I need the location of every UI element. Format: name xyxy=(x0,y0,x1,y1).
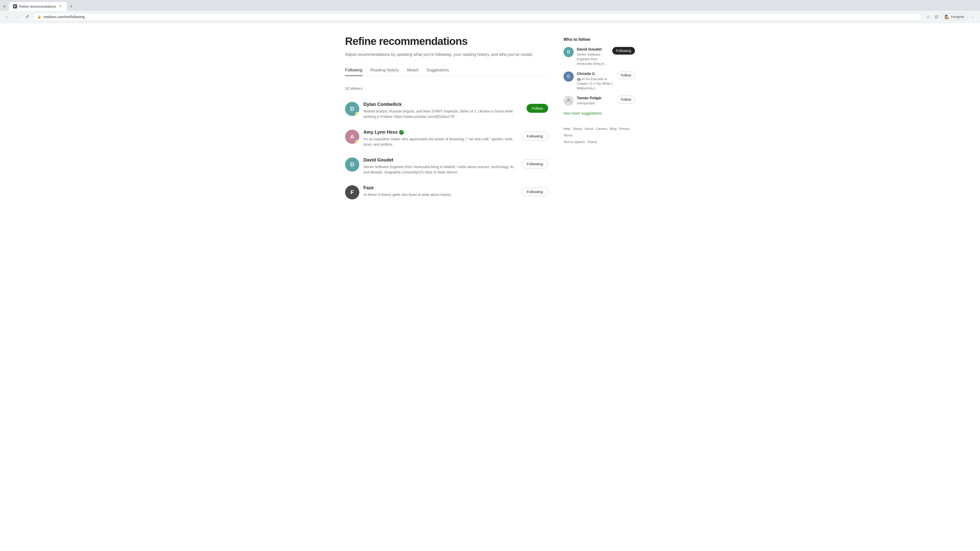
tab-close-button[interactable]: ✕ xyxy=(58,4,63,9)
svg-point-1 xyxy=(14,6,15,7)
incognito-badge[interactable]: 🕵 Incognito xyxy=(941,13,968,21)
avatar-image: F xyxy=(345,185,360,200)
toolbar-actions: ☆ ⊡ 🕵 Incognito ⋮ xyxy=(924,13,977,21)
avatar-image: D xyxy=(345,157,360,171)
sidebar-who-to-follow-title: Who to follow xyxy=(563,37,635,42)
suggestion-avatar: D xyxy=(563,47,574,57)
footer-help-link[interactable]: Help xyxy=(563,127,570,130)
browser-toolbar: ← → ↺ 🔒 medium.com/me/following ☆ ⊡ 🕵 In… xyxy=(0,11,980,23)
writers-count: 10 Writers xyxy=(345,86,548,91)
suggestion-follow-button[interactable]: Follow xyxy=(617,96,635,103)
star-badge: ★ xyxy=(355,140,360,144)
tab-favicon xyxy=(13,4,17,8)
writer-item: A ★ Amy Lynn Hess ✓ I'm an inquisitive m… xyxy=(345,124,548,152)
page-container: Refine recommendations Adjust recommenda… xyxy=(337,23,643,217)
suggestion-info: David Goudet Senior Software Engineer fr… xyxy=(577,47,609,66)
avatar: D ★ xyxy=(345,102,360,116)
suggestion-bio: Unimportant. xyxy=(577,101,614,106)
footer-careers-link[interactable]: Careers xyxy=(596,127,608,130)
suggestion-avatar: C xyxy=(563,71,574,82)
writer-name: Faze xyxy=(363,185,517,191)
address-text: medium.com/me/following xyxy=(43,15,918,19)
reload-button[interactable]: ↺ xyxy=(24,13,31,21)
security-icon: 🔒 xyxy=(37,15,41,19)
writer-item: D David Goudet Senior Software Engineer … xyxy=(345,152,548,180)
sidebar: Who to follow D David Goudet Senior Soft… xyxy=(563,35,635,205)
page-title: Refine recommendations xyxy=(345,35,548,48)
suggestion-info: Tamás Polgár Unimportant. xyxy=(577,96,614,106)
writer-name: Dylan Combellick xyxy=(363,102,522,107)
writer-bio: Senior Software Engineer from Venezuela … xyxy=(363,164,517,175)
follow-button[interactable]: Follow xyxy=(527,104,548,113)
footer-blog-link[interactable]: Blog xyxy=(610,127,617,130)
back-button[interactable]: ← xyxy=(3,13,11,21)
see-more-suggestions-link[interactable]: See more suggestions xyxy=(563,111,635,115)
footer-status-link[interactable]: Status xyxy=(573,127,582,130)
suggestion-item: C Christie C. 🤖 AI Art Educator & Creato… xyxy=(563,71,635,91)
footer-about-link[interactable]: About xyxy=(584,127,593,130)
forward-button[interactable]: → xyxy=(13,13,21,21)
avatar: F xyxy=(345,185,360,200)
suggestion-follow-button[interactable]: Follow xyxy=(617,71,635,79)
address-bar[interactable]: 🔒 medium.com/me/following xyxy=(33,13,922,21)
following-button[interactable]: Following xyxy=(522,159,548,168)
suggestion-avatar xyxy=(563,96,574,106)
suggestion-bio: 🤖 AI Art Educator & Creator | 5 x Top Wr… xyxy=(577,77,614,91)
bookmark-button[interactable]: ☆ xyxy=(924,13,932,21)
suggestion-name: Tamás Polgár xyxy=(577,96,614,100)
split-view-button[interactable]: ⊡ xyxy=(933,13,940,21)
avatar: A ★ xyxy=(345,130,360,144)
writer-item: D ★ Dylan Combellick Retired analyst, Ru… xyxy=(345,97,548,124)
suggestion-item: D David Goudet Senior Software Engineer … xyxy=(563,47,635,66)
writer-info: David Goudet Senior Software Engineer fr… xyxy=(363,157,517,175)
tabs-nav: Following Reading history Muted Suggesti… xyxy=(345,68,548,76)
footer-text-to-speech-link[interactable]: Text to speech xyxy=(563,140,585,144)
tab-controls-left: ▾ xyxy=(2,3,7,10)
svg-point-2 xyxy=(15,6,16,6)
writer-name: David Goudet xyxy=(363,157,517,163)
following-button[interactable]: Following xyxy=(522,187,548,196)
suggestion-bio: Senior Software Engineer from Venezuela … xyxy=(577,52,609,66)
tab-suggestions[interactable]: Suggestions xyxy=(426,68,449,76)
tab-following[interactable]: Following xyxy=(345,68,363,76)
active-tab[interactable]: Refine recommendations ✕ xyxy=(9,2,67,11)
suggestion-name: David Goudet xyxy=(577,47,609,51)
writer-bio: Hi there! A history geek who loves to wr… xyxy=(363,192,517,197)
tab-title: Refine recommendations xyxy=(19,5,56,8)
writer-info: Faze Hi there! A history geek who loves … xyxy=(363,185,517,197)
sidebar-footer: Help Status About Careers Blog Privacy T… xyxy=(563,125,635,145)
writer-bio: I'm an inquisitive maker who appreciates… xyxy=(363,137,517,147)
footer-privacy-link[interactable]: Privacy xyxy=(619,127,630,130)
tab-muted[interactable]: Muted xyxy=(407,68,418,76)
suggestion-name: Christie C. xyxy=(577,71,614,76)
main-content: Refine recommendations Adjust recommenda… xyxy=(345,35,548,205)
suggestion-info: Christie C. 🤖 AI Art Educator & Creator … xyxy=(577,71,614,91)
tab-reading-history[interactable]: Reading history xyxy=(371,68,399,76)
following-button[interactable]: Following xyxy=(522,132,548,141)
writer-info: Dylan Combellick Retired analyst, Russia… xyxy=(363,102,522,119)
writer-info: Amy Lynn Hess ✓ I'm an inquisitive maker… xyxy=(363,130,517,147)
incognito-label: Incognito xyxy=(951,15,964,19)
writer-bio: Retired analyst, Russian linguist, and N… xyxy=(363,109,522,119)
writer-name: Amy Lynn Hess ✓ xyxy=(363,130,517,135)
incognito-icon: 🕵 xyxy=(945,14,950,19)
writer-item: F Faze Hi there! A history geek who love… xyxy=(345,180,548,205)
star-badge: ★ xyxy=(355,112,360,116)
suggestion-follow-button[interactable]: Following xyxy=(612,47,635,55)
new-tab-button[interactable]: + xyxy=(68,3,75,10)
footer-teams-link[interactable]: Teams xyxy=(587,140,597,144)
footer-terms-link[interactable]: Terms xyxy=(563,133,573,137)
menu-button[interactable]: ⋮ xyxy=(969,13,977,21)
tab-list-button[interactable]: ▾ xyxy=(2,3,7,10)
tab-bar: ▾ Refine recommendations ✕ + xyxy=(0,0,980,11)
browser-chrome: ▾ Refine recommendations ✕ + ← → ↺ 🔒 med… xyxy=(0,0,980,23)
page-subtitle: Adjust recommendations by updating what … xyxy=(345,52,548,58)
avatar: D xyxy=(345,157,360,171)
suggestion-item: Tamás Polgár Unimportant. Follow xyxy=(563,96,635,106)
verified-badge: ✓ xyxy=(399,130,404,135)
